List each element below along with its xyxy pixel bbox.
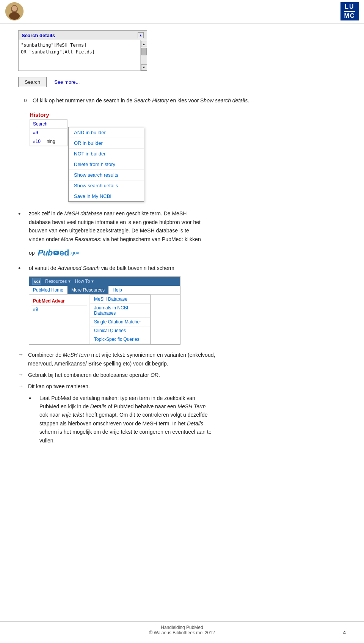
- search-details-body: "sunbathing"[MeSH Terms] OR "sunbathing"…: [19, 40, 147, 71]
- page-header: LU MC: [0, 0, 364, 24]
- see-more-link[interactable]: See more...: [54, 79, 80, 85]
- history-row-10-text: ning: [44, 137, 58, 146]
- main-content: Search details ▲ "sunbathing"[MeSH Terms…: [0, 24, 364, 471]
- history-table-context: Search #9 #10 ning AND in builder OR in …: [30, 119, 346, 202]
- arrow-char-2: →: [18, 372, 25, 378]
- scroll-up-inner[interactable]: ▲: [141, 41, 147, 47]
- footer-line2: © Walaeus Bibliotheek mei 2012: [0, 630, 364, 635]
- ncbi-logo: NCBI: [32, 278, 41, 285]
- sub-bullet-inner: • Laat PubMed de vertaling maken: typ ee…: [29, 394, 346, 445]
- history-row-10-num[interactable]: #10: [30, 137, 44, 146]
- arrow-1-text: Combineer de MeSH term met vrije tekst: …: [28, 351, 215, 368]
- history-row-9[interactable]: #9: [30, 129, 67, 137]
- bullet-o-char: o: [22, 97, 29, 103]
- bullet-advanced-search-text: of vanuit de Advanced Search via de balk…: [29, 264, 174, 272]
- pubmed-logo: PubMed.gov: [38, 248, 79, 258]
- context-or-builder[interactable]: OR in builder: [69, 138, 144, 149]
- context-show-results[interactable]: Show search results: [69, 170, 144, 180]
- arrow-3-text: Dit kan op twee manieren.: [28, 382, 90, 391]
- sub-bullet-text: Laat PubMed de vertaling maken: typ een …: [39, 394, 212, 445]
- sub-bullet-laat-pubmed: • Laat PubMed de vertaling maken: typ ee…: [29, 394, 346, 445]
- ncbi-dropdown-mesh[interactable]: MeSH Database: [90, 295, 150, 304]
- ncbi-top-bar: NCBI Resources ▾ How To ▾: [29, 277, 180, 286]
- context-save-ncbi[interactable]: Save in My NCBI: [69, 191, 144, 201]
- search-details-label: Search details: [22, 33, 55, 38]
- arrow-bullet-3: → Dit kan op twee manieren.: [18, 382, 346, 391]
- ncbi-nav-bar: PubMed Home More Resources Help: [29, 286, 180, 295]
- ncbi-left-col: PubMed Advar #9: [29, 295, 90, 344]
- bullet-advanced-search: • of vanuit de Advanced Search via de ba…: [18, 264, 346, 273]
- pubmed-logo-row: op PubMed.gov: [29, 246, 346, 260]
- scroll-down-inner[interactable]: ▼: [141, 64, 147, 71]
- ncbi-dropdown: MeSH Database Journals in NCBI Databases…: [90, 295, 151, 344]
- scrollbar-thumb[interactable]: [141, 48, 147, 55]
- ncbi-dropdown-clinical[interactable]: Clinical Queries: [90, 326, 150, 335]
- context-not-builder[interactable]: NOT in builder: [69, 149, 144, 159]
- bullet-dot-1: •: [18, 209, 25, 219]
- context-delete-history[interactable]: Delete from history: [69, 159, 144, 170]
- bullet-mesh-text: zoek zelf in de MeSH database naar een g…: [29, 209, 201, 243]
- sub-bullet-dot: •: [29, 394, 36, 403]
- ncbi-more-resources[interactable]: More Resources: [67, 286, 109, 294]
- arrow-char-1: →: [18, 351, 25, 358]
- ncbi-dropdown-citation[interactable]: Single Citation Matcher: [90, 318, 150, 326]
- arrow-bullet-1: → Combineer de MeSH term met vrije tekst…: [18, 351, 346, 368]
- pubmed-logo-inner: PubMed.gov: [38, 248, 79, 258]
- ncbi-logo-symbol: NCBI: [32, 278, 41, 285]
- search-button[interactable]: Search: [18, 77, 47, 87]
- bullet-click-history-text: Of klik op het nummer van de search in d…: [33, 96, 249, 105]
- history-row-10[interactable]: #10 ning: [30, 137, 67, 146]
- search-query-text: "sunbathing"[MeSH Terms] OR "sunbathing"…: [19, 40, 141, 71]
- ncbi-howto-nav[interactable]: How To ▾: [75, 279, 94, 284]
- svg-point-2: [9, 12, 20, 20]
- ncbi-screenshot: NCBI Resources ▾ How To ▾ PubMed Home Mo…: [29, 276, 180, 345]
- search-button-row: Search See more...: [18, 77, 346, 87]
- main-body: • zoek zelf in de MeSH database naar een…: [18, 209, 346, 445]
- svg-text:NCBI: NCBI: [34, 280, 40, 284]
- ncbi-row-9[interactable]: #9: [31, 305, 87, 313]
- footer-line1: Handleiding PubMed: [0, 625, 364, 630]
- ncbi-help[interactable]: Help: [109, 286, 126, 294]
- ncbi-content-row: PubMed Advar #9 MeSH Database Journals i…: [29, 295, 180, 344]
- ncbi-dropdown-journals[interactable]: Journals in NCBI Databases: [90, 304, 150, 318]
- lumc-logo-right: LU MC: [340, 2, 359, 20]
- arrow-2-text: Gebruik bij het combineren de booleaanse…: [28, 371, 160, 379]
- pubmed-logo-gov: .gov: [70, 250, 79, 256]
- pubmed-logo-badge: M: [53, 251, 59, 255]
- ncbi-pubmed-home[interactable]: PubMed Home: [29, 286, 67, 294]
- svg-point-3: [12, 6, 17, 11]
- arrow-char-3: →: [18, 383, 25, 389]
- history-area: History Search #9 #10 ning AND in builde…: [30, 111, 346, 202]
- history-header-row: Search: [30, 120, 67, 129]
- bullet-click-history: o Of klik op het nummer van de search in…: [18, 96, 346, 105]
- history-table: Search #9 #10 ning: [30, 119, 67, 146]
- context-show-details[interactable]: Show search details: [69, 180, 144, 191]
- pubmed-logo-med: ed: [60, 248, 69, 258]
- context-and-builder[interactable]: AND in builder: [69, 127, 144, 138]
- lumc-portrait-logo: [5, 2, 24, 20]
- bullet-mesh-database: • zoek zelf in de MeSH database naar een…: [18, 209, 346, 243]
- search-col-header: Search: [30, 120, 50, 128]
- history-row-9-num[interactable]: #9: [30, 129, 41, 137]
- context-menu: AND in builder OR in builder NOT in buil…: [68, 127, 144, 202]
- scroll-up-btn[interactable]: ▲: [138, 32, 144, 38]
- scrollbar: ▲ ▼: [141, 40, 147, 71]
- op-text: op: [29, 249, 35, 257]
- bullet-dot-2: •: [18, 264, 25, 273]
- arrow-bullet-2: → Gebruik bij het combineren de booleaan…: [18, 371, 346, 379]
- page-number: 4: [343, 630, 346, 635]
- history-title: History: [30, 111, 346, 118]
- ncbi-resources-nav[interactable]: Resources ▾: [45, 279, 71, 284]
- search-details-box: Search details ▲ "sunbathing"[MeSH Terms…: [18, 30, 147, 71]
- search-details-title: Search details ▲: [19, 31, 147, 40]
- page-footer: Handleiding PubMed © Walaeus Bibliotheek…: [0, 621, 364, 635]
- pubmed-logo-pub: Pub: [38, 248, 53, 258]
- ncbi-pubmed-adv-label: PubMed Advar: [31, 297, 87, 305]
- ncbi-dropdown-topic[interactable]: Topic-Specific Queries: [90, 335, 150, 344]
